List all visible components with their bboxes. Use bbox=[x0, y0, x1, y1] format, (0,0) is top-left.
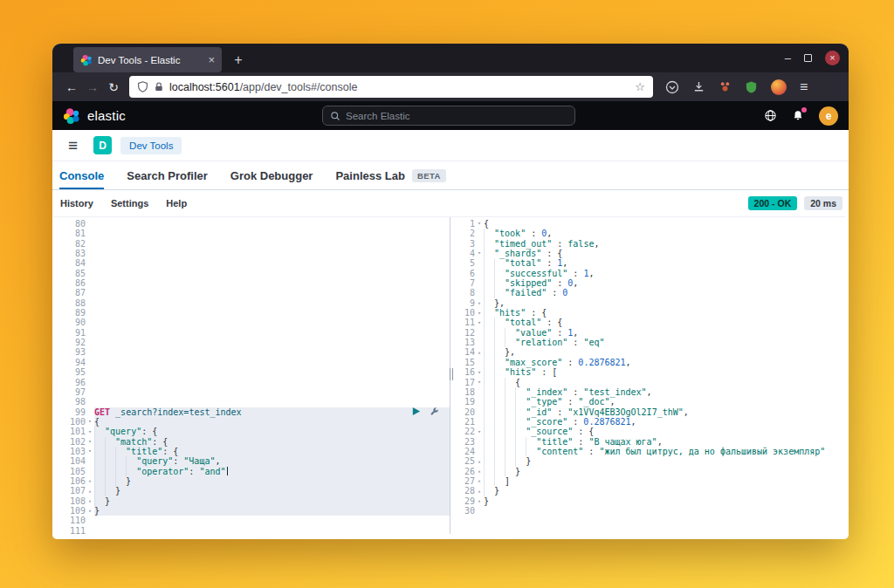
code-line[interactable]: } bbox=[484, 496, 845, 506]
address-bar[interactable]: localhost:5601/app/dev_tools#/console ☆ bbox=[129, 76, 653, 98]
hamburger-menu-icon[interactable]: ≡ bbox=[800, 80, 808, 94]
code-line[interactable] bbox=[94, 288, 450, 297]
pocket-icon[interactable] bbox=[665, 80, 679, 94]
code-line[interactable]: "_type" : "_doc", bbox=[484, 397, 845, 407]
tab-close-icon[interactable]: × bbox=[208, 53, 215, 66]
code-line[interactable]: "title" : "В чащах юга", bbox=[484, 437, 845, 447]
fold-widget[interactable]: ▴ bbox=[86, 498, 94, 504]
firefox-account-avatar[interactable] bbox=[771, 79, 787, 95]
code-line[interactable] bbox=[94, 278, 450, 288]
tracking-shield-icon[interactable] bbox=[137, 81, 148, 92]
code-line[interactable]: "operator": "and" bbox=[94, 467, 450, 476]
code-line[interactable]: "timed_out" : false, bbox=[484, 239, 845, 249]
extension-shield-icon[interactable] bbox=[745, 80, 758, 94]
search-input[interactable] bbox=[346, 111, 567, 121]
nav-menu-icon[interactable]: ≡ bbox=[68, 137, 78, 154]
code-line[interactable] bbox=[94, 298, 450, 308]
code-line[interactable] bbox=[94, 526, 450, 534]
history-link[interactable]: History bbox=[60, 198, 93, 209]
code-line[interactable] bbox=[94, 387, 450, 397]
code-line[interactable] bbox=[94, 308, 450, 318]
code-line[interactable]: }, bbox=[484, 347, 845, 357]
code-line[interactable]: "relation" : "eq" bbox=[484, 338, 845, 347]
fold-widget[interactable]: ▴ bbox=[86, 478, 94, 484]
response-code[interactable]: {"took" : 0,"timed_out" : false,"_shards… bbox=[484, 219, 845, 534]
code-line[interactable]: { bbox=[484, 219, 845, 229]
tab-painless-lab[interactable]: Painless Lab BETA bbox=[335, 161, 445, 189]
code-line[interactable]: "_source" : { bbox=[484, 427, 845, 436]
fold-widget[interactable]: ▴ bbox=[475, 478, 484, 484]
help-globe-icon[interactable] bbox=[764, 109, 777, 122]
close-button[interactable]: × bbox=[825, 51, 840, 65]
send-request-button[interactable] bbox=[411, 407, 421, 416]
code-line[interactable]: } bbox=[484, 467, 845, 476]
code-line[interactable] bbox=[94, 397, 450, 407]
code-line[interactable] bbox=[94, 516, 450, 525]
fold-widget[interactable]: ▾ bbox=[86, 429, 94, 435]
fold-widget[interactable]: ▾ bbox=[86, 439, 94, 445]
code-line[interactable]: } bbox=[94, 486, 450, 496]
code-line[interactable]: "query": { bbox=[94, 427, 450, 436]
breadcrumb[interactable]: Dev Tools bbox=[120, 137, 182, 154]
code-line[interactable]: "hits" : [ bbox=[484, 367, 845, 377]
tab-search-profiler[interactable]: Search Profiler bbox=[127, 161, 208, 189]
fold-widget[interactable]: ▾ bbox=[86, 448, 94, 455]
fold-widget[interactable]: ▾ bbox=[475, 370, 484, 376]
user-avatar[interactable]: e bbox=[819, 106, 838, 126]
code-line[interactable] bbox=[94, 269, 450, 278]
code-line[interactable]: "total" : { bbox=[484, 318, 845, 327]
code-line[interactable] bbox=[94, 338, 450, 347]
code-line[interactable]: "successful" : 1, bbox=[484, 269, 845, 278]
code-line[interactable] bbox=[94, 258, 450, 268]
download-icon[interactable] bbox=[692, 80, 705, 93]
code-line[interactable] bbox=[94, 239, 450, 249]
dev-tools-app-badge[interactable]: D bbox=[93, 136, 112, 154]
bookmark-star-icon[interactable]: ☆ bbox=[635, 80, 645, 93]
elastic-search-bar[interactable] bbox=[322, 106, 575, 126]
fold-widget[interactable]: ▴ bbox=[475, 489, 484, 495]
code-line[interactable] bbox=[94, 249, 450, 258]
fold-widget[interactable]: ▾ bbox=[475, 311, 484, 317]
back-button[interactable]: ← bbox=[61, 80, 82, 94]
code-line[interactable]: { bbox=[484, 378, 845, 387]
code-line[interactable]: } bbox=[484, 486, 845, 496]
request-pane[interactable]: 8081828384858687888990919293949596979899… bbox=[54, 217, 450, 534]
code-line[interactable]: "content" : "жил был цитрус, да но фальш… bbox=[484, 447, 845, 456]
fold-widget[interactable]: ▴ bbox=[475, 498, 484, 504]
code-line[interactable]: "skipped" : 0, bbox=[484, 278, 845, 288]
code-line[interactable]: GET _search?index=test_index bbox=[94, 407, 450, 417]
code-line[interactable]: } bbox=[484, 456, 845, 466]
fold-widget[interactable]: ▾ bbox=[86, 419, 94, 425]
fold-widget[interactable]: ▴ bbox=[86, 489, 94, 495]
help-link[interactable]: Help bbox=[166, 198, 187, 209]
extension-paw-icon[interactable] bbox=[719, 80, 732, 93]
code-line[interactable]: "match": { bbox=[94, 437, 450, 447]
code-line[interactable]: "query": "Чаща", bbox=[94, 456, 450, 466]
code-line[interactable] bbox=[94, 367, 450, 377]
code-line[interactable]: "value" : 1, bbox=[484, 328, 845, 338]
code-line[interactable]: "_id" : "x1VVq4EB3OgOl2I7_thW", bbox=[484, 407, 845, 417]
code-line[interactable] bbox=[94, 328, 450, 338]
fold-widget[interactable]: ▾ bbox=[475, 250, 484, 256]
code-line[interactable] bbox=[94, 318, 450, 327]
code-line[interactable] bbox=[94, 358, 450, 367]
browser-tab[interactable]: Dev Tools - Elastic × bbox=[73, 47, 222, 72]
fold-widget[interactable]: ▴ bbox=[475, 300, 484, 306]
code-line[interactable]: "total" : 1, bbox=[484, 258, 845, 268]
code-line[interactable]: "_score" : 0.2876821, bbox=[484, 417, 845, 427]
code-line[interactable] bbox=[94, 347, 450, 357]
fold-widget[interactable]: ▾ bbox=[475, 429, 484, 435]
code-line[interactable] bbox=[94, 219, 450, 229]
code-line[interactable]: "hits" : { bbox=[484, 308, 845, 318]
tab-grok-debugger[interactable]: Grok Debugger bbox=[230, 161, 313, 189]
minimize-button[interactable]: – bbox=[785, 52, 791, 64]
code-line[interactable]: } bbox=[94, 506, 450, 516]
fold-widget[interactable]: ▾ bbox=[475, 221, 484, 227]
fold-widget[interactable]: ▴ bbox=[475, 468, 484, 475]
code-line[interactable]: "failed" : 0 bbox=[484, 288, 845, 297]
fold-widget[interactable]: ▴ bbox=[86, 508, 94, 514]
response-pane[interactable]: 1▾234▾56789▴10▾11▾121314▴1516▾17▾1819202… bbox=[450, 217, 845, 534]
forward-button[interactable]: → bbox=[82, 80, 103, 94]
new-tab-button[interactable]: + bbox=[227, 47, 250, 72]
fold-widget[interactable]: ▾ bbox=[475, 320, 484, 326]
